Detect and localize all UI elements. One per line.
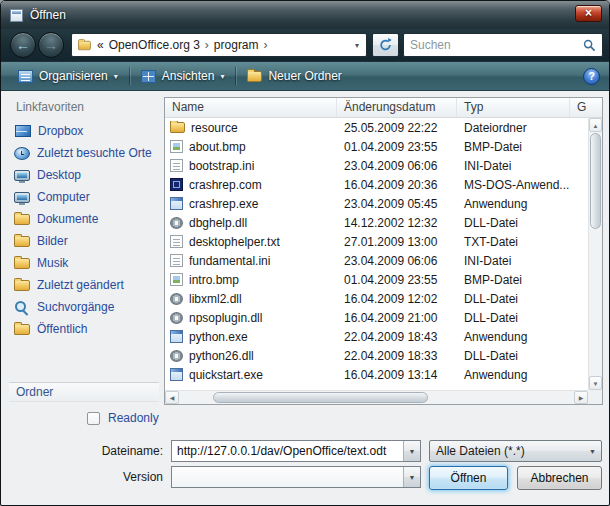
table-row[interactable]: crashrep.exe23.04.2009 05:45Anwendung	[165, 194, 588, 213]
horizontal-scroll-thumb[interactable]	[213, 392, 428, 403]
sidebar-item-pictures[interactable]: Bilder	[11, 230, 161, 252]
back-button[interactable]: ←	[10, 32, 36, 58]
filetype-dropdown-icon[interactable]: ▼	[584, 441, 601, 461]
open-button[interactable]: Öffnen	[429, 466, 508, 490]
ini-file-icon	[170, 254, 183, 267]
refresh-button[interactable]	[372, 33, 399, 57]
open-dialog-window: Öffnen × ← → « OpenOffice.org 3 › progra…	[0, 0, 610, 506]
help-button[interactable]: ?	[583, 68, 600, 85]
new-folder-button[interactable]: Neuer Ordner	[239, 64, 349, 88]
file-name-cell: fundamental.ini	[165, 254, 337, 268]
table-row[interactable]: crashrep.com16.04.2009 20:36MS-DOS-Anwen…	[165, 175, 588, 194]
sidebar-item-music[interactable]: Musik	[11, 252, 161, 274]
folders-expander[interactable]: Ordner	[9, 382, 159, 402]
filename-label: Dateiname:	[17, 444, 163, 458]
file-name-cell: dbghelp.dll	[165, 216, 337, 230]
sidebar-item-recently-changed[interactable]: Zuletzt geändert	[11, 274, 161, 296]
table-row[interactable]: libxml2.dll16.04.2009 12:02DLL-Datei	[165, 289, 588, 308]
folder-icon	[78, 40, 91, 49]
sidebar-item-label: Öffentlich	[37, 322, 87, 336]
views-button[interactable]: Ansichten ▾	[133, 64, 233, 88]
organize-button[interactable]: Organisieren ▾	[10, 64, 126, 88]
close-button[interactable]: ×	[575, 5, 602, 22]
chevron-right-icon[interactable]: ›	[264, 38, 268, 52]
file-type: Anwendung	[457, 368, 570, 382]
file-date: 23.04.2009 06:06	[337, 254, 457, 268]
forward-button[interactable]: →	[38, 32, 64, 58]
filename-input[interactable]	[172, 444, 403, 458]
table-row[interactable]: fundamental.ini23.04.2009 06:06INI-Datei	[165, 251, 588, 270]
table-row[interactable]: about.bmp01.04.2009 23:55BMP-Datei	[165, 137, 588, 156]
filename-dropdown-icon[interactable]: ▼	[403, 441, 420, 461]
table-row[interactable]: python.exe22.04.2009 18:43Anwendung	[165, 327, 588, 346]
filetype-combo[interactable]: Alle Dateien (*.*) ▼	[429, 440, 602, 462]
file-name: dbghelp.dll	[189, 216, 247, 230]
readonly-option[interactable]: Readonly	[87, 411, 159, 425]
table-row[interactable]: npsoplugin.dll16.04.2009 21:00DLL-Datei	[165, 308, 588, 327]
file-name-cell: python26.dll	[165, 349, 337, 363]
filename-combo[interactable]: ▼	[171, 440, 421, 462]
file-name-cell: intro.bmp	[165, 273, 337, 287]
sidebar-item-recent-places[interactable]: Zuletzt besuchte Orte	[11, 142, 161, 164]
dll-file-icon	[170, 350, 183, 362]
titlebar[interactable]: Öffnen ×	[1, 1, 609, 29]
sidebar-item-computer[interactable]: Computer	[11, 186, 161, 208]
cancel-button[interactable]: Abbrechen	[517, 466, 602, 490]
dll-file-icon	[170, 312, 183, 324]
column-header-name[interactable]: Name	[165, 98, 337, 117]
file-type: Dateiordner	[457, 121, 570, 135]
sidebar-item-searches[interactable]: Suchvorgänge	[11, 296, 161, 318]
breadcrumb-item[interactable]: OpenOffice.org 3	[109, 38, 200, 52]
file-name: libxml2.dll	[189, 292, 242, 306]
breadcrumb-overflow[interactable]: «	[97, 38, 104, 52]
app-file-icon	[170, 197, 183, 210]
file-type: INI-Datei	[457, 254, 570, 268]
table-row[interactable]: dbghelp.dll14.12.2002 12:32DLL-Datei	[165, 213, 588, 232]
column-header-type[interactable]: Typ	[457, 98, 570, 117]
column-header-size[interactable]: G	[570, 98, 602, 117]
table-row[interactable]: python26.dll22.04.2009 18:33DLL-Datei	[165, 346, 588, 365]
file-date: 16.04.2009 12:02	[337, 292, 457, 306]
vertical-scroll-thumb[interactable]	[590, 133, 601, 229]
file-list: Name Änderungsdatum Typ G resource25.05.…	[164, 97, 603, 405]
search-box[interactable]	[403, 33, 603, 57]
scroll-up-icon[interactable]: ▲	[589, 118, 602, 132]
image-file-icon	[170, 140, 183, 153]
horizontal-scrollbar[interactable]: ◀ ▶	[165, 390, 588, 404]
sidebar-item-desktop[interactable]: Desktop	[11, 164, 161, 186]
sidebar-item-label: Desktop	[37, 168, 81, 182]
scroll-right-icon[interactable]: ▶	[574, 391, 588, 404]
breadcrumb-item[interactable]: program	[214, 38, 259, 52]
breadcrumb[interactable]: « OpenOffice.org 3 › program › ▾	[71, 33, 367, 57]
table-row[interactable]: desktophelper.txt27.01.2009 13:00TXT-Dat…	[165, 232, 588, 251]
scroll-down-icon[interactable]: ▼	[589, 376, 602, 390]
music-icon	[14, 258, 30, 269]
search-input[interactable]	[410, 38, 583, 52]
window-title: Öffnen	[30, 8, 66, 22]
file-type: INI-Datei	[457, 159, 570, 173]
table-row[interactable]: quickstart.exe16.04.2009 13:14Anwendung	[165, 365, 588, 384]
file-type: TXT-Datei	[457, 235, 570, 249]
version-label: Version	[17, 470, 163, 484]
chevron-right-icon[interactable]: ›	[205, 38, 209, 52]
version-combo[interactable]: ▼	[171, 466, 421, 488]
breadcrumb-dropdown-icon[interactable]: ▾	[355, 41, 361, 50]
vertical-scrollbar[interactable]: ▲ ▼	[588, 118, 602, 390]
scroll-left-icon[interactable]: ◀	[165, 391, 179, 404]
table-row[interactable]: intro.bmp01.04.2009 23:55BMP-Datei	[165, 270, 588, 289]
column-header-date[interactable]: Änderungsdatum	[337, 98, 457, 117]
image-file-icon	[170, 273, 183, 286]
file-date: 14.12.2002 12:32	[337, 216, 457, 230]
sidebar-item-label: Computer	[37, 190, 90, 204]
sidebar-item-public[interactable]: Öffentlich	[11, 318, 161, 340]
views-label: Ansichten	[162, 69, 215, 83]
table-row[interactable]: bootstrap.ini23.04.2009 06:06INI-Datei	[165, 156, 588, 175]
version-dropdown-icon[interactable]: ▼	[403, 467, 420, 487]
readonly-checkbox[interactable]	[87, 412, 100, 425]
scrollbar-corner	[588, 390, 602, 404]
sidebar-item-label: Bilder	[37, 234, 68, 248]
table-row[interactable]: resource25.05.2009 22:22Dateiordner	[165, 118, 588, 137]
sidebar-item-dropbox[interactable]: Dropbox	[11, 120, 161, 142]
sidebar-item-documents[interactable]: Dokumente	[11, 208, 161, 230]
list-header: Name Änderungsdatum Typ G	[165, 98, 602, 118]
